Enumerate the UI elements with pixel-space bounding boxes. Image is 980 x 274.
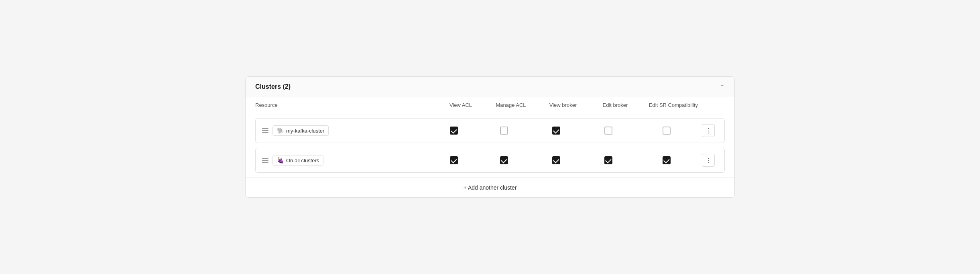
manage-acl-cell-1 xyxy=(478,127,530,135)
more-button-2[interactable]: ⋮ xyxy=(702,154,715,167)
view-acl-checkbox-1[interactable] xyxy=(450,127,458,135)
col-actions xyxy=(706,102,725,108)
col-edit-broker: Edit broker xyxy=(589,102,641,108)
manage-acl-cell-2 xyxy=(478,156,530,164)
panel-header: Clusters (2) ⌃ xyxy=(246,77,734,97)
more-button-1[interactable]: ⋮ xyxy=(702,124,715,137)
col-resource: Resource xyxy=(255,102,437,108)
view-acl-cell-2 xyxy=(430,156,478,164)
add-cluster-button[interactable]: + Add another cluster xyxy=(464,184,517,191)
more-cell-2: ⋮ xyxy=(699,154,718,167)
col-manage-acl: Manage ACL xyxy=(485,102,537,108)
clusters-panel: Clusters (2) ⌃ Resource View ACL Manage … xyxy=(245,76,735,198)
manage-acl-checkbox-2[interactable] xyxy=(500,156,508,164)
panel-title: Clusters (2) xyxy=(255,83,291,90)
edit-broker-cell-1 xyxy=(582,127,634,135)
drag-handle[interactable] xyxy=(262,128,268,133)
table-body: 🐘 my-kafka-cluster ⋮ xyxy=(246,113,734,178)
table-row: 🍇 On all clusters ⋮ xyxy=(255,148,725,173)
edit-broker-checkbox-1[interactable] xyxy=(604,127,612,135)
col-view-acl: View ACL xyxy=(437,102,485,108)
manage-acl-checkbox-1[interactable] xyxy=(500,127,508,135)
table-row: 🐘 my-kafka-cluster ⋮ xyxy=(255,118,725,143)
view-broker-cell-2 xyxy=(530,156,582,164)
edit-sr-cell-1 xyxy=(634,127,699,135)
table-header: Resource View ACL Manage ACL View broker… xyxy=(246,97,734,113)
view-acl-checkbox-2[interactable] xyxy=(450,156,458,164)
edit-broker-cell-2 xyxy=(582,156,634,164)
view-broker-checkbox-2[interactable] xyxy=(552,156,560,164)
more-cell-1: ⋮ xyxy=(699,124,718,137)
edit-sr-checkbox-2[interactable] xyxy=(663,156,671,164)
resource-name-2: On all clusters xyxy=(286,157,319,164)
edit-broker-checkbox-2[interactable] xyxy=(604,156,612,164)
resource-cell-1: 🐘 my-kafka-cluster xyxy=(262,125,430,136)
resource-name-1: my-kafka-cluster xyxy=(286,128,324,134)
edit-sr-cell-2 xyxy=(634,156,699,164)
col-view-broker: View broker xyxy=(537,102,589,108)
kafka-cluster-icon: 🐘 xyxy=(277,127,284,134)
edit-sr-checkbox-1[interactable] xyxy=(663,127,671,135)
resource-cell-2: 🍇 On all clusters xyxy=(262,155,430,166)
drag-handle-2[interactable] xyxy=(262,158,268,163)
view-broker-cell-1 xyxy=(530,127,582,135)
all-clusters-icon: 🍇 xyxy=(277,157,284,164)
col-edit-sr: Edit SR Compatibility xyxy=(641,102,706,108)
chevron-up-icon[interactable]: ⌃ xyxy=(720,84,725,90)
add-cluster-row: + Add another cluster xyxy=(246,178,734,197)
resource-badge-2: 🍇 On all clusters xyxy=(272,155,323,166)
view-broker-checkbox-1[interactable] xyxy=(552,127,560,135)
resource-badge-1: 🐘 my-kafka-cluster xyxy=(272,125,329,136)
view-acl-cell-1 xyxy=(430,127,478,135)
